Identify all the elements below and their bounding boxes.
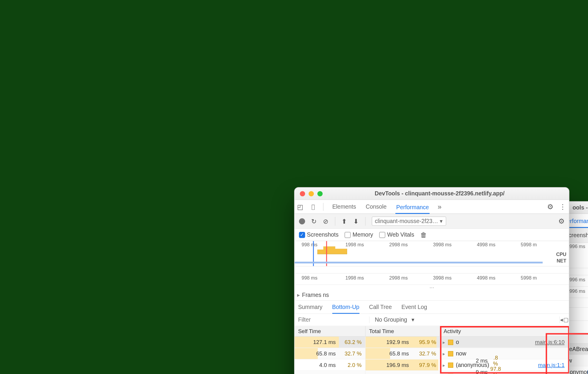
load-profile-icon[interactable]: ⬆: [341, 217, 347, 225]
device-toggle-icon[interactable]: ⌷: [311, 203, 315, 210]
perf-toolbar-left: ↻ ⊘ ⬆ ⬇ clinquant-mousse-2f23…▾: [294, 214, 569, 229]
gear-icon[interactable]: [558, 217, 564, 225]
tab-performance[interactable]: Performance: [395, 203, 430, 213]
filter-input[interactable]: [294, 314, 369, 325]
url-select-left[interactable]: clinquant-mousse-2f23…▾: [372, 216, 446, 225]
title-text-left: DevTools - clinquant-mousse-2f2396.netli…: [328, 190, 569, 197]
source-link[interactable]: main.js:1:1: [538, 362, 564, 368]
reload-icon[interactable]: ↻: [311, 217, 317, 225]
minimize-button[interactable]: [309, 191, 314, 196]
chevron-right-icon[interactable]: [443, 373, 445, 374]
table-body-left: 127.1 ms63.2 % 192.9 ms95.9 % omain.js:6…: [294, 337, 569, 374]
devtools-window-left: DevTools - clinquant-mousse-2f2396.netli…: [294, 187, 569, 374]
tab-summary[interactable]: Summary: [298, 304, 322, 310]
tab-calltree[interactable]: Call Tree: [369, 304, 392, 310]
col-activity[interactable]: Activity: [440, 326, 569, 336]
chevron-right-icon[interactable]: [443, 350, 445, 357]
grouping-dropdown-icon[interactable]: ▾: [411, 316, 414, 323]
titlebar-left[interactable]: DevTools - clinquant-mousse-2f2396.netli…: [294, 187, 569, 200]
ruler-left[interactable]: 998 ms1998 ms2998 ms3998 ms4998 ms5998 m: [294, 273, 569, 285]
tab-bottomup[interactable]: Bottom-Up: [332, 304, 359, 314]
grouping-label: No Grouping: [375, 316, 407, 323]
options-bar: Screenshots Memory Web Vitals 🗑: [294, 229, 569, 241]
script-icon: [448, 351, 453, 356]
col-totaltime[interactable]: Total Time: [365, 326, 440, 336]
tab-console[interactable]: Console: [365, 203, 387, 210]
detail-tabs-left: Summary Bottom-Up Call Tree Event Log: [294, 300, 569, 314]
record-button[interactable]: [299, 218, 305, 224]
table-row[interactable]: 65.8 ms32.7 % 65.8 ms32.7 % now: [294, 348, 569, 359]
table-row[interactable]: 1.9 ms1.0 % 1.9 ms1.0 % Minor GC: [294, 371, 569, 374]
chevron-right-icon[interactable]: [443, 362, 445, 368]
chevron-right-icon[interactable]: [443, 339, 445, 345]
heaviest-stack-icon[interactable]: ◂▢: [559, 316, 569, 323]
save-profile-icon[interactable]: ⬇: [353, 217, 359, 225]
tabbar-left: ◰ ⌷ Elements Console Performance: [294, 200, 569, 214]
filterbar-left: No Grouping▾ ◂▢: [294, 314, 569, 326]
frames-section[interactable]: Frames ns: [294, 289, 569, 301]
close-button[interactable]: [300, 191, 305, 196]
tabs-overflow-icon[interactable]: [437, 202, 441, 210]
source-link[interactable]: main.js:6:10: [535, 339, 564, 345]
script-icon: [448, 339, 453, 345]
trash-icon[interactable]: 🗑: [420, 231, 427, 238]
maximize-button[interactable]: [317, 191, 322, 196]
cpu-activity-preview: [317, 246, 347, 254]
clear-icon[interactable]: ⊘: [323, 217, 329, 225]
table-row[interactable]: 4.0 ms2.0 % 196.9 ms97.9 % (anonymous)ma…: [294, 359, 569, 371]
kebab-icon[interactable]: [559, 202, 566, 211]
webvitals-checkbox[interactable]: Web Vitals: [379, 231, 414, 238]
timeline-overview-left[interactable]: 998 ms1998 ms2998 ms3998 ms4998 ms5998 m…: [294, 241, 569, 266]
table-row[interactable]: 127.1 ms63.2 % 192.9 ms95.9 % omain.js:6…: [294, 337, 569, 348]
memory-checkbox[interactable]: Memory: [344, 231, 373, 238]
tab-elements[interactable]: Elements: [331, 203, 357, 210]
gear-icon[interactable]: [547, 202, 553, 211]
script-icon: [448, 362, 453, 368]
tab-eventlog[interactable]: Event Log: [401, 304, 427, 310]
inspect-icon[interactable]: ◰: [297, 202, 303, 210]
screenshots-checkbox[interactable]: Screenshots: [299, 231, 338, 238]
table-header-left: Self Time Total Time Activity: [294, 326, 569, 337]
col-selftime[interactable]: Self Time: [294, 326, 365, 336]
